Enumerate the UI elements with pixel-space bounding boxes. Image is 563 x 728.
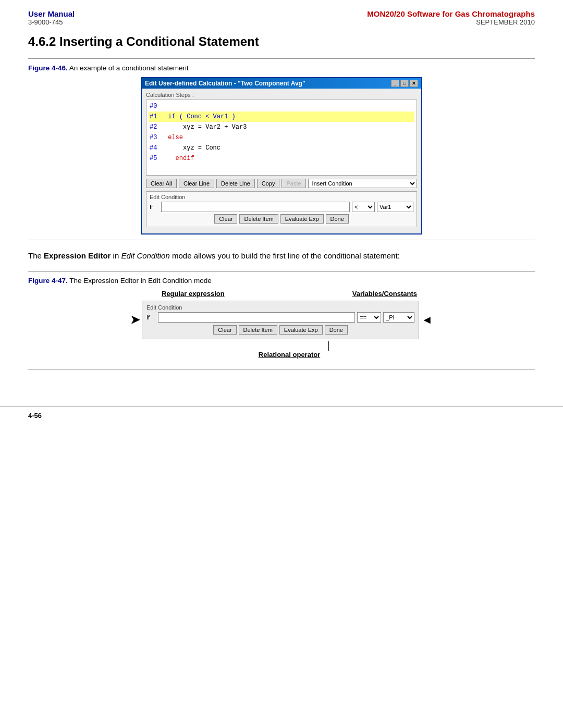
page-number: 4-56	[28, 412, 42, 419]
doc-number: 3-9000-745	[28, 18, 75, 26]
table-row: #4 xyz = Conc	[149, 143, 414, 153]
regular-expression-label: Regular expression	[162, 290, 225, 298]
edit-condition-label: Edit Condition	[150, 194, 413, 200]
table-row: #2 xyz = Var2 + Var3	[149, 122, 414, 132]
maximize-button[interactable]: □	[400, 80, 409, 87]
button-row: Clear All Clear Line Delete Line Copy Pa…	[146, 179, 417, 188]
dialog-body: Calculation Steps : #0 #1 if ( Conc < Va…	[142, 89, 421, 233]
fig47-evaluate-exp-button[interactable]: Evaluate Exp	[279, 325, 323, 335]
condition-input[interactable]	[161, 202, 350, 212]
fig47-done-button[interactable]: Done	[325, 325, 348, 335]
table-row: #3 else	[149, 132, 414, 143]
delete-line-button[interactable]: Delete Line	[216, 179, 255, 188]
middle-divider	[28, 240, 535, 240]
fig47-delete-item-button[interactable]: Delete Item	[239, 325, 277, 335]
figure-46-caption: Figure 4-46. An example of a conditional…	[28, 64, 535, 72]
paste-button[interactable]: Paste	[282, 179, 305, 188]
if-label: If	[150, 204, 159, 210]
table-row: #5 endif	[149, 153, 414, 164]
edit-condition-buttons: Clear Delete Item Evaluate Exp Done	[150, 214, 413, 224]
relational-line	[328, 341, 329, 351]
figure-47-container: Regular expression Variables/Constants ➤…	[130, 290, 433, 359]
insert-condition-select[interactable]: Insert Condition	[308, 179, 417, 188]
user-manual-label: User Manual	[28, 9, 75, 18]
figure-46-dialog: Edit User-defined Calculation - "Two Com…	[141, 77, 422, 235]
edit-condition-section: Edit Condition If < <= == != >= > Var1 V…	[146, 191, 417, 227]
minimize-button[interactable]: _	[391, 80, 399, 87]
figure-47-caption: Figure 4-47. The Expression Editor in Ed…	[28, 277, 535, 285]
right-arrow-icon: ◄	[421, 313, 433, 327]
clear-button[interactable]: Clear	[214, 214, 237, 224]
titlebar-buttons: _ □ ✕	[391, 80, 418, 87]
header-right: MON20/20 Software for Gas Chromatographs…	[367, 9, 535, 26]
variables-constants-label: Variables/Constants	[352, 290, 417, 298]
fig47-operator-select[interactable]: == <	[357, 312, 381, 323]
header-left: User Manual 3-9000-745	[28, 9, 75, 26]
fig47-condition-input[interactable]	[158, 312, 355, 323]
operator-select[interactable]: < <= == != >= >	[352, 202, 375, 212]
fig47-var-select[interactable]: _Pi Var1	[383, 312, 414, 323]
delete-item-button[interactable]: Delete Item	[239, 214, 278, 224]
relational-operator-label: Relational operator	[259, 351, 320, 359]
relational-annotation: Relational operator	[130, 341, 433, 359]
copy-button[interactable]: Copy	[257, 179, 280, 188]
fig47-dialog: Edit Condition If == < _Pi Var1 Clear De	[142, 301, 419, 339]
page-header: User Manual 3-9000-745 MON20/20 Software…	[0, 0, 563, 29]
table-row	[149, 164, 414, 174]
fig47-condition-row: If == < _Pi Var1	[146, 312, 414, 323]
calc-steps-label: Calculation Steps :	[146, 92, 417, 98]
clear-line-button[interactable]: Clear Line	[179, 179, 214, 188]
left-arrow-icon: ➤	[130, 313, 140, 327]
table-row: #0	[149, 101, 414, 112]
fig47-clear-button[interactable]: Clear	[213, 325, 236, 335]
fig47-if-label: If	[146, 314, 156, 320]
fig47-edit-condition-label: Edit Condition	[146, 304, 414, 311]
software-title: MON20/20 Software for Gas Chromatographs	[367, 9, 535, 18]
variable-select[interactable]: Var1 Var2 Var3 Conc	[377, 202, 413, 212]
fig47-top-labels: Regular expression Variables/Constants	[130, 290, 433, 298]
top-divider	[28, 58, 535, 59]
doc-date: SEPTEMBER 2010	[367, 18, 535, 26]
bottom-divider	[28, 369, 535, 369]
figure47-top-divider	[28, 271, 535, 272]
fig47-button-row: Clear Delete Item Evaluate Exp Done	[146, 325, 414, 335]
page-content: 4.6.2 Inserting a Conditional Statement …	[0, 29, 563, 390]
dialog-title: Edit User-defined Calculation - "Two Com…	[145, 80, 305, 87]
fig47-dialog-row: ➤ Edit Condition If == < _Pi Var1	[130, 301, 433, 339]
condition-row: If < <= == != >= > Var1 Var2 Var3 Co	[150, 202, 413, 212]
clear-all-button[interactable]: Clear All	[146, 179, 177, 188]
done-button[interactable]: Done	[326, 214, 349, 224]
calculation-list: #0 #1 if ( Conc < Var1 ) #2 xyz = Var2 +…	[146, 100, 417, 176]
dialog-titlebar: Edit User-defined Calculation - "Two Com…	[142, 78, 421, 89]
close-button[interactable]: ✕	[410, 80, 418, 87]
table-row: #1 if ( Conc < Var1 )	[149, 112, 414, 122]
section-title: 4.6.2 Inserting a Conditional Statement	[28, 34, 535, 49]
page-footer: 4-56	[0, 406, 563, 425]
body-paragraph: The Expression Editor in Edit Condition …	[28, 250, 535, 262]
evaluate-exp-button[interactable]: Evaluate Exp	[280, 214, 324, 224]
